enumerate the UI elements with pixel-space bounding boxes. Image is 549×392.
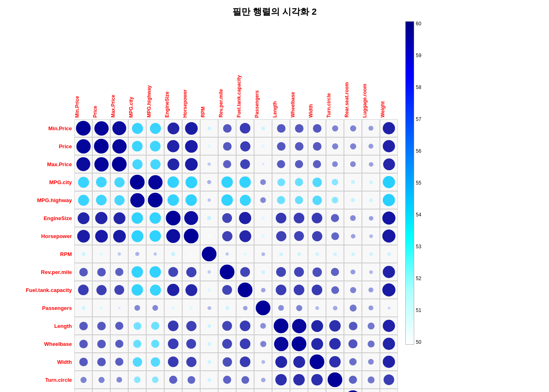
dot-Fuel.tank.capacity-Turn.circle — [331, 286, 339, 294]
dot-Price-RPM — [208, 145, 211, 148]
cell-Price-Min.Price — [74, 137, 92, 155]
cell-EngineSize-MPG.city — [128, 209, 146, 227]
cell-Width-MPG.city — [128, 353, 146, 371]
dot-Fuel.tank.capacity-Max.Price — [114, 285, 124, 295]
cell-Rev.per.mile-Rev.per.mile — [218, 263, 236, 281]
cell-Fuel.tank.capacity-Rear.seat.room — [344, 281, 362, 299]
cell-Wheelbase-RPM — [200, 335, 218, 353]
dot-Horsepower-Width — [312, 231, 322, 241]
dot-MPG.highway-Wheelbase — [295, 196, 303, 204]
matrix-wrapper: Min.PricePriceMax.PriceMPG.cityMPG.highw… — [74, 21, 398, 392]
cell-Horsepower-EngineSize — [164, 227, 182, 245]
cell-Price-Horsepower — [182, 137, 200, 155]
dot-Turn.circle-Passengers — [261, 378, 266, 382]
dot-Rev.per.mile-Rev.per.mile — [220, 265, 234, 279]
dot-RPM-Passengers — [261, 252, 265, 256]
cell-Wheelbase-EngineSize — [164, 335, 182, 353]
cell-Width-Passengers — [254, 353, 272, 371]
dot-Wheelbase-Rev.per.mile — [222, 339, 232, 349]
col-header-Max.Price: Max.Price — [110, 21, 128, 119]
dot-RPM-Price — [100, 252, 103, 256]
col-header-label-Rev.per.mile: Rev.per.mile — [218, 89, 224, 118]
dot-Horsepower-Horsepower — [184, 229, 199, 243]
cell-EngineSize-MPG.highway — [146, 209, 164, 227]
cell-MPG.highway-EngineSize — [164, 191, 182, 209]
cell-Fuel.tank.capacity-Width — [308, 281, 326, 299]
cell-Turn.circle-MPG.highway — [146, 371, 164, 389]
dot-Width-Rear.seat.room — [349, 358, 357, 365]
dot-EngineSize-Horsepower — [184, 211, 198, 225]
dot-MPG.city-Weight — [383, 176, 395, 188]
dot-Min.Price-Price — [94, 121, 109, 136]
matrix-row-Wheelbase: Wheelbase — [74, 335, 398, 353]
col-header-Length: Length — [272, 21, 290, 119]
cell-Horsepower-Passengers — [254, 227, 272, 245]
cell-EngineSize-Width — [308, 209, 326, 227]
cell-MPG.highway-Luggage.room — [362, 191, 380, 209]
dot-EngineSize-EngineSize — [166, 211, 181, 225]
dot-Wheelbase-Rear.seat.room — [348, 339, 357, 348]
dot-Min.Price-Luggage.room — [368, 126, 373, 131]
cell-RPM-Width — [308, 245, 326, 263]
dot-Wheelbase-RPM — [208, 342, 211, 346]
cell-Rev.per.mile-Length — [272, 263, 290, 281]
col-header-Passengers: Passengers — [254, 21, 272, 119]
dot-EngineSize-Width — [312, 213, 322, 223]
cell-Price-Rev.per.mile — [218, 137, 236, 155]
cell-Rev.per.mile-Wheelbase — [290, 263, 308, 281]
col-header-Rev.per.mile: Rev.per.mile — [218, 21, 236, 119]
dot-Turn.circle-Min.Price — [80, 377, 87, 383]
cell-Turn.circle-Price — [92, 371, 110, 389]
cell-Wheelbase-Min.Price — [74, 335, 92, 353]
dot-Turn.circle-Luggage.room — [368, 376, 375, 383]
dot-MPG.city-Min.Price — [78, 177, 89, 188]
cell-Width-Turn.circle — [326, 353, 344, 371]
matrix-row-EngineSize: EngineSize — [74, 209, 398, 227]
dot-Width-Passengers — [261, 360, 265, 364]
cell-EngineSize-Length — [272, 209, 290, 227]
row-label-MPG.highway: MPG.highway — [14, 197, 72, 203]
cell-Wheelbase-Passengers — [254, 335, 272, 353]
dot-Fuel.tank.capacity-Rear.seat.room — [350, 287, 356, 293]
col-header-label-Luggage.room: Luggage.room — [362, 84, 368, 118]
cell-Width-Price — [92, 353, 110, 371]
dot-Horsepower-RPM — [208, 235, 210, 237]
cell-Turn.circle-Rev.per.mile — [218, 371, 236, 389]
dot-EngineSize-Min.Price — [78, 212, 89, 224]
dot-Turn.circle-RPM — [208, 378, 211, 382]
cell-Max.Price-Wheelbase — [290, 155, 308, 173]
col-header-Wheelbase: Wheelbase — [290, 21, 308, 119]
col-header-RPM: RPM — [200, 21, 218, 119]
chart-container: 필만 행렬의 시각화 2 Min.PricePriceMax.PriceMPG.… — [13, 4, 536, 388]
matrix-body: Min.PricePriceMax.PriceMPG.cityMPG.highw… — [74, 119, 398, 392]
col-header-Min.Price: Min.Price — [74, 21, 92, 119]
cell-Rear.seat.room-Wheelbase — [290, 389, 308, 392]
cell-Passengers-Min.Price — [74, 299, 92, 317]
cell-Width-Rear.seat.room — [344, 353, 362, 371]
colorbar-tick-54: 54 — [416, 212, 421, 217]
dot-RPM-Turn.circle — [333, 252, 337, 256]
colorbar-tick-50: 50 — [416, 340, 421, 345]
cell-Rear.seat.room-Fuel.tank.capacity — [236, 389, 254, 392]
cell-Max.Price-Rev.per.mile — [218, 155, 236, 173]
dot-Min.Price-Rev.per.mile — [223, 124, 232, 133]
cell-MPG.highway-Min.Price — [74, 191, 92, 209]
cell-RPM-Horsepower — [182, 245, 200, 263]
dot-EngineSize-Price — [95, 212, 107, 224]
dot-Rear.seat.room-Rear.seat.room — [346, 390, 360, 392]
dot-Passengers-Max.Price — [118, 307, 121, 309]
col-header-Fuel.tank.capacity: Fuel.tank.capacity — [236, 21, 254, 119]
cell-Wheelbase-Rev.per.mile — [218, 335, 236, 353]
cell-Passengers-Price — [92, 299, 110, 317]
cell-Min.Price-Fuel.tank.capacity — [236, 119, 254, 137]
col-header-MPG.city: MPG.city — [128, 21, 146, 119]
cell-Price-Passengers — [254, 137, 272, 155]
dot-Passengers-Price — [100, 306, 103, 310]
cell-Turn.circle-Luggage.room — [362, 371, 380, 389]
column-headers: Min.PricePriceMax.PriceMPG.cityMPG.highw… — [74, 21, 398, 119]
dot-Min.Price-Horsepower — [185, 122, 198, 135]
cell-Min.Price-Weight — [380, 119, 398, 137]
cell-Rear.seat.room-Length — [272, 389, 290, 392]
dot-Turn.circle-Length — [275, 374, 287, 385]
dot-MPG.highway-Rear.seat.room — [351, 198, 355, 202]
